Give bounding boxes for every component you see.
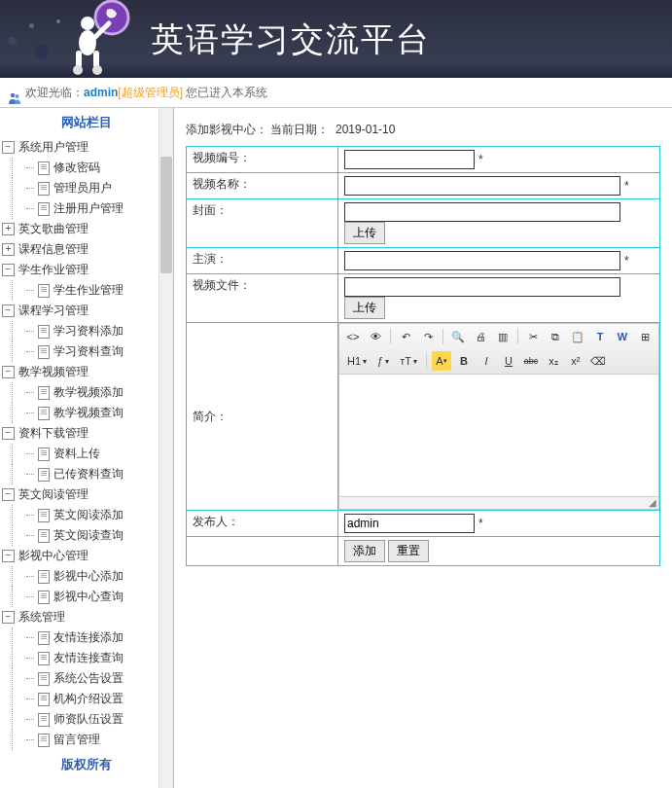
welcome-suffix: 您已进入本系统 <box>183 86 267 99</box>
doc-icon <box>38 182 50 196</box>
nav-item[interactable]: 师资队伍设置 <box>0 709 173 730</box>
submit-button[interactable]: 添加 <box>344 540 385 562</box>
nav-item[interactable]: 教学视频添加 <box>0 382 173 403</box>
nav-category[interactable]: −教学视频管理 <box>0 362 173 382</box>
nav-item[interactable]: 注册用户管理 <box>0 198 173 219</box>
doc-icon <box>38 345 50 359</box>
sup-icon[interactable]: x² <box>566 351 585 371</box>
redo-icon[interactable]: ↷ <box>418 327 438 346</box>
doc-icon <box>38 734 50 747</box>
strike-icon[interactable]: abc <box>521 351 541 371</box>
format-select[interactable]: тT▾ <box>396 351 421 371</box>
minus-icon[interactable]: − <box>2 304 15 317</box>
template-icon[interactable]: ▥ <box>493 327 513 346</box>
form-table: 视频编号： * 视频名称： * 封面： 上传 主演： * 视频文件： 上传 简介… <box>186 146 660 566</box>
nav-category[interactable]: −影视中心管理 <box>0 546 173 566</box>
minus-icon[interactable]: − <box>2 366 15 378</box>
nav-item[interactable]: 英文阅读添加 <box>0 505 173 525</box>
nav-category[interactable]: −学生作业管理 <box>0 260 173 280</box>
nav-item[interactable]: 资料上传 <box>0 444 173 464</box>
nav-item[interactable]: 友情连接查询 <box>0 648 173 668</box>
paste-word-icon[interactable]: W <box>613 327 632 346</box>
user-group-icon <box>8 87 21 100</box>
source-icon[interactable]: <> <box>343 327 363 346</box>
nav-category[interactable]: +英文歌曲管理 <box>0 219 173 239</box>
nav-item[interactable]: 友情连接添加 <box>0 627 173 648</box>
nav-item[interactable]: 修改密码 <box>0 158 173 178</box>
plus-icon[interactable]: + <box>2 223 15 235</box>
nav-item[interactable]: 教学视频查询 <box>0 403 173 423</box>
svg-point-6 <box>92 65 102 75</box>
nav-category[interactable]: −资料下载管理 <box>0 423 173 444</box>
underline-icon[interactable]: U <box>499 351 518 371</box>
nav-item[interactable]: 学生作业管理 <box>0 280 173 301</box>
remove-format-icon[interactable]: ⌫ <box>588 351 608 371</box>
svg-point-5 <box>73 65 83 75</box>
sidebar-footer: 版权所有 <box>0 750 173 779</box>
page-title: 添加影视中心： 当前日期： 2019-01-10 <box>186 122 660 138</box>
preview-icon[interactable]: 👁 <box>366 327 385 346</box>
input-video-no[interactable] <box>344 150 475 169</box>
bold-icon[interactable]: B <box>454 351 474 371</box>
app-title: 英语学习交流平台 <box>151 18 431 62</box>
input-video-name[interactable] <box>344 176 620 196</box>
input-actor[interactable] <box>344 251 620 270</box>
find-icon[interactable]: 🔍 <box>448 327 468 346</box>
editor-toolbar: <>👁↶↷🔍🖨▥✂⧉📋TW⊞ H1▾ƒ▾тT▾A▾BIUabcx₂x²⌫ <box>339 324 658 375</box>
doc-icon <box>38 448 50 461</box>
nav-category[interactable]: −系统管理 <box>0 607 173 627</box>
nav-item[interactable]: 机构介绍设置 <box>0 689 173 709</box>
nav-item[interactable]: 系统公告设置 <box>0 668 173 689</box>
editor-resize-handle[interactable]: ◢ <box>339 496 658 509</box>
plus-icon[interactable]: + <box>2 243 15 256</box>
sub-icon[interactable]: x₂ <box>544 351 563 371</box>
bgcolor-icon[interactable]: A▾ <box>432 351 451 371</box>
minus-icon[interactable]: − <box>2 611 15 624</box>
minus-icon[interactable]: − <box>2 427 15 440</box>
svg-point-8 <box>16 94 19 98</box>
nav-tree: −系统用户管理修改密码管理员用户注册用户管理+英文歌曲管理+课程信息管理−学生作… <box>0 137 173 750</box>
undo-icon[interactable]: ↶ <box>396 327 415 346</box>
doc-icon <box>38 325 50 339</box>
format-select[interactable]: H1▾ <box>343 351 371 371</box>
nav-item[interactable]: 学习资料添加 <box>0 321 173 341</box>
copy-icon[interactable]: ⧉ <box>546 327 565 346</box>
nav-item[interactable]: 影视中心添加 <box>0 566 173 587</box>
reset-button[interactable]: 重置 <box>388 540 429 562</box>
nav-item[interactable]: 已传资料查询 <box>0 464 173 484</box>
upload-cover-button[interactable]: 上传 <box>344 222 385 244</box>
label-actor: 主演： <box>187 248 338 274</box>
nav-item[interactable]: 留言管理 <box>0 730 173 750</box>
input-publisher[interactable] <box>344 514 475 533</box>
nav-item[interactable]: 学习资料查询 <box>0 341 173 362</box>
paste-icon[interactable]: 📋 <box>568 327 587 346</box>
doc-icon <box>38 672 50 686</box>
doc-icon <box>38 529 50 543</box>
editor-body[interactable] <box>339 375 658 496</box>
nav-category[interactable]: +课程信息管理 <box>0 239 173 260</box>
sidebar-scrollbar[interactable] <box>159 108 173 788</box>
doc-icon <box>38 693 50 706</box>
minus-icon[interactable]: − <box>2 141 15 154</box>
paste-text-icon[interactable]: T <box>590 327 610 346</box>
label-video-no: 视频编号： <box>187 147 338 173</box>
upload-video-button[interactable]: 上传 <box>344 297 385 319</box>
print-icon[interactable]: 🖨 <box>471 327 490 346</box>
nav-item[interactable]: 影视中心查询 <box>0 587 173 607</box>
welcome-prefix: 欢迎光临： <box>25 86 84 99</box>
nav-category[interactable]: −英文阅读管理 <box>0 484 173 505</box>
nav-category[interactable]: −系统用户管理 <box>0 137 173 158</box>
app-header: 英语学习交流平台 <box>0 0 672 78</box>
input-video-file[interactable] <box>344 277 620 297</box>
nav-category[interactable]: −课程学习管理 <box>0 301 173 321</box>
nav-item[interactable]: 管理员用户 <box>0 178 173 198</box>
minus-icon[interactable]: − <box>2 488 15 501</box>
italic-icon[interactable]: I <box>477 351 496 371</box>
insert-icon[interactable]: ⊞ <box>635 327 654 346</box>
format-select[interactable]: ƒ▾ <box>373 351 393 371</box>
minus-icon[interactable]: − <box>2 264 15 276</box>
nav-item[interactable]: 英文阅读查询 <box>0 525 173 546</box>
input-cover[interactable] <box>344 202 620 222</box>
minus-icon[interactable]: − <box>2 550 15 562</box>
cut-icon[interactable]: ✂ <box>523 327 543 346</box>
